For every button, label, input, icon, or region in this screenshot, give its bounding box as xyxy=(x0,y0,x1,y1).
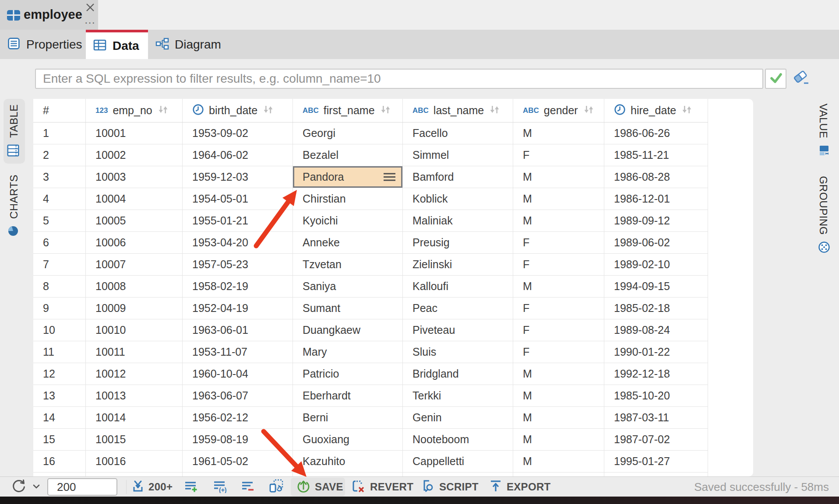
close-icon[interactable] xyxy=(85,2,96,13)
table-cell[interactable]: 10013 xyxy=(86,385,183,406)
row-number[interactable]: 8 xyxy=(33,276,86,297)
table-cell[interactable]: 1987-07-02 xyxy=(604,429,708,450)
tab-overflow-icon[interactable]: … xyxy=(84,13,96,27)
table-cell[interactable]: Chirstian xyxy=(293,188,403,210)
column-header-hire_date[interactable]: hire_date xyxy=(604,99,708,122)
table-cell[interactable]: 1956-02-12 xyxy=(183,407,293,428)
refresh-button[interactable] xyxy=(11,477,40,497)
row-number[interactable]: 7 xyxy=(33,254,86,275)
sort-icon[interactable] xyxy=(262,105,274,116)
table-cell[interactable]: Koblick xyxy=(403,188,513,210)
sort-icon[interactable] xyxy=(681,105,693,116)
table-cell[interactable]: 1985-11-21 xyxy=(604,144,708,166)
table-cell[interactable]: 10011 xyxy=(86,341,183,363)
table-cell[interactable]: F xyxy=(513,232,604,253)
row-number[interactable]: 12 xyxy=(33,363,86,385)
table-cell[interactable]: Eberhardt xyxy=(293,385,403,406)
table-cell[interactable]: F xyxy=(513,298,604,319)
rail-tab-value[interactable]: VALUE xyxy=(816,98,831,163)
table-cell[interactable]: 1989-09-12 xyxy=(604,210,708,231)
table-cell[interactable]: 10014 xyxy=(86,407,183,428)
table-cell[interactable]: 1994-09-15 xyxy=(604,276,708,297)
sort-icon[interactable] xyxy=(583,105,595,116)
table-cell[interactable]: Mary xyxy=(293,341,403,363)
fetch-more-button[interactable]: 200+ xyxy=(131,477,173,497)
table-cell[interactable]: 1952-04-19 xyxy=(183,298,293,319)
table-cell[interactable]: M xyxy=(513,166,604,188)
table-cell[interactable]: 1958-02-19 xyxy=(183,276,293,297)
table-cell[interactable]: M xyxy=(513,122,604,144)
table-cell[interactable]: Preusig xyxy=(403,232,513,253)
row-number[interactable]: 9 xyxy=(33,298,86,319)
table-cell[interactable]: 1964-06-02 xyxy=(183,144,293,166)
row-number[interactable]: 5 xyxy=(33,210,86,231)
tab-employee[interactable]: employee … xyxy=(0,0,98,30)
tab-properties[interactable]: Properties xyxy=(0,30,86,59)
table-cell[interactable]: Sumant xyxy=(293,298,403,319)
table-cell[interactable]: 10003 xyxy=(86,166,183,188)
table-cell[interactable]: Duangkaew xyxy=(293,319,403,341)
table-cell[interactable]: Kalloufi xyxy=(403,276,513,297)
table-cell[interactable]: F xyxy=(513,319,604,341)
apply-filter-button[interactable] xyxy=(765,69,786,89)
row-number[interactable]: 13 xyxy=(33,385,86,406)
row-number[interactable]: 6 xyxy=(33,232,86,253)
table-cell[interactable]: M xyxy=(513,188,604,210)
table-cell[interactable]: 10004 xyxy=(86,188,183,210)
table-cell[interactable]: 10012 xyxy=(86,363,183,385)
row-number[interactable]: 15 xyxy=(33,429,86,450)
table-cell[interactable]: 10009 xyxy=(86,298,183,319)
table-cell[interactable]: Tzvetan xyxy=(293,254,403,275)
table-cell[interactable]: 10006 xyxy=(86,232,183,253)
table-cell[interactable]: Piveteau xyxy=(403,319,513,341)
export-button[interactable]: EXPORT xyxy=(489,477,550,497)
clear-filter-button[interactable] xyxy=(792,70,811,88)
table-cell[interactable]: 1986-12-01 xyxy=(604,188,708,210)
table-cell[interactable]: M xyxy=(513,385,604,406)
script-button[interactable]: SCRIPT xyxy=(420,477,479,497)
row-number[interactable]: 14 xyxy=(33,407,86,428)
table-cell[interactable]: F xyxy=(513,254,604,275)
table-cell[interactable]: Guoxiang xyxy=(293,429,403,450)
row-number[interactable]: 4 xyxy=(33,188,86,210)
table-cell[interactable]: Peac xyxy=(403,298,513,319)
table-cell[interactable]: 1957-05-23 xyxy=(183,254,293,275)
sort-icon[interactable] xyxy=(157,105,169,116)
table-cell[interactable]: 1959-08-19 xyxy=(183,429,293,450)
table-cell[interactable]: 1985-10-20 xyxy=(604,385,708,406)
column-header-birth_date[interactable]: birth_date xyxy=(183,99,293,122)
rail-tab-grouping[interactable]: GROUPING xyxy=(816,169,831,261)
fetch-size-input[interactable] xyxy=(47,478,117,496)
table-cell[interactable]: Genin xyxy=(403,407,513,428)
table-cell[interactable]: Facello xyxy=(403,122,513,144)
delete-row-button[interactable] xyxy=(241,477,255,497)
row-number[interactable]: 3 xyxy=(33,166,86,188)
rail-tab-charts[interactable]: CHARTS xyxy=(7,169,21,243)
save-button[interactable]: SAVE xyxy=(296,477,343,497)
table-cell[interactable]: 10005 xyxy=(86,210,183,231)
tab-data-active[interactable]: Data xyxy=(86,30,148,59)
table-cell[interactable]: 1955-01-21 xyxy=(183,210,293,231)
table-cell[interactable]: 1953-09-02 xyxy=(183,122,293,144)
table-cell[interactable]: Berni xyxy=(293,407,403,428)
rail-tab-table[interactable]: TABLE xyxy=(7,100,21,161)
table-cell[interactable]: 10010 xyxy=(86,319,183,341)
table-cell[interactable]: 1990-01-22 xyxy=(604,341,708,363)
table-cell[interactable]: 1960-10-04 xyxy=(183,363,293,385)
table-cell[interactable]: F xyxy=(513,144,604,166)
column-header-gender[interactable]: ABCgender xyxy=(513,99,604,122)
table-cell[interactable]: 1989-06-02 xyxy=(604,232,708,253)
table-cell[interactable]: F xyxy=(513,341,604,363)
row-number[interactable]: 16 xyxy=(33,451,86,472)
tab-diagram[interactable]: Diagram xyxy=(148,30,231,59)
table-cell[interactable]: 1963-06-01 xyxy=(183,319,293,341)
row-number[interactable]: 2 xyxy=(33,144,86,166)
table-cell[interactable]: 1995-01-27 xyxy=(604,451,708,472)
table-cell[interactable]: M xyxy=(513,429,604,450)
sort-icon[interactable] xyxy=(380,105,391,116)
table-cell[interactable]: 10007 xyxy=(86,254,183,275)
table-cell[interactable]: M xyxy=(513,363,604,385)
table-cell[interactable]: Bamford xyxy=(403,166,513,188)
table-cell[interactable]: Simmel xyxy=(403,144,513,166)
table-cell[interactable]: Bridgland xyxy=(403,363,513,385)
